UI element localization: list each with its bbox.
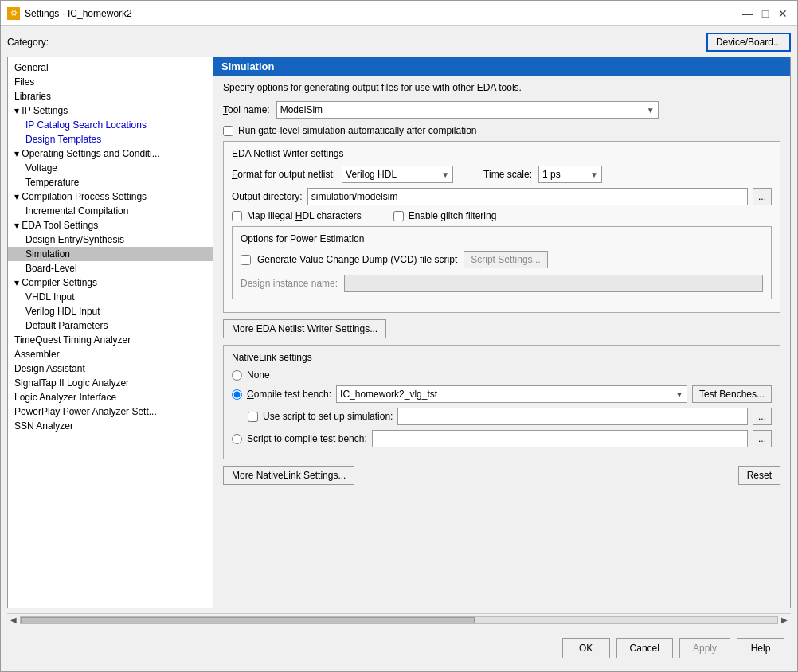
eda-netlist-title: EDA Netlist Writer settings [232,148,772,159]
script-compile-radio[interactable] [232,434,242,444]
window-title: Settings - IC_homework2 [25,8,740,19]
none-radio[interactable] [232,370,242,381]
right-panel: Simulation Specify options for generatin… [213,57,790,608]
design-instance-input[interactable] [344,275,763,292]
reset-button[interactable]: Reset [738,466,780,485]
more-nativelink-button[interactable]: More NativeLink Settings... [223,466,354,485]
none-label: None [247,369,270,381]
output-dir-label: Output directory: [232,191,303,202]
sidebar-item-general[interactable]: General [8,61,213,75]
sidebar-item-vhdl-input[interactable]: VHDL Input [8,290,213,304]
header-row: Category: Device/Board... [7,33,791,52]
sidebar-item-assembler[interactable]: Assembler [8,347,213,361]
compile-bench-row: Compile test bench: IC_homework2_vlg_tst… [232,385,772,403]
format-label: Format for output netlist: [232,169,335,180]
sidebar-item-design-entry[interactable]: Design Entry/Synthesis [8,232,213,247]
sidebar-item-board-level[interactable]: Board-Level [8,261,213,275]
use-script-input[interactable] [397,408,748,425]
compile-bench-radio[interactable] [232,389,242,400]
power-estimation-title: Options for Power Estimation [241,233,763,244]
run-gate-level-label: Run gate-level simulation automatically … [238,125,476,136]
tool-name-arrow: ▼ [647,106,655,115]
more-eda-settings-button[interactable]: More EDA Netlist Writer Settings... [223,319,386,338]
use-script-browse[interactable]: ... [753,408,772,425]
sidebar-item-ssn-analyzer[interactable]: SSN Analyzer [8,419,213,433]
device-board-button[interactable]: Device/Board... [706,33,791,52]
sidebar-item-temperature[interactable]: Temperature [8,175,213,189]
bottom-actions: OK Cancel Apply Help [7,631,791,665]
description-text: Specify options for generating output fi… [223,82,780,93]
none-radio-row: None [232,369,772,381]
timescale-value: 1 ps [542,169,561,180]
sidebar-item-simulation[interactable]: Simulation [8,247,213,261]
enable-glitch-checkbox[interactable] [393,211,404,221]
sidebar-item-eda-tool-settings[interactable]: ▾ EDA Tool Settings [8,218,213,232]
output-dir-browse[interactable]: ... [753,188,772,205]
sidebar-item-timequest[interactable]: TimeQuest Timing Analyzer [8,333,213,347]
run-gate-level-checkbox[interactable] [223,126,233,136]
main-container: Category: Device/Board... General Files … [1,26,797,671]
eda-netlist-section: EDA Netlist Writer settings Format for o… [223,141,780,313]
close-button[interactable]: ✕ [775,6,791,21]
map-illegal-label: Map illegal HDL characters [247,210,362,221]
sidebar-item-verilog-hdl-input[interactable]: Verilog HDL Input [8,304,213,318]
sidebar-item-files[interactable]: Files [8,75,213,89]
sidebar-item-design-templates[interactable]: Design Templates [8,132,213,147]
settings-window: ⚙ Settings - IC_homework2 — □ ✕ Category… [0,0,798,672]
compile-bench-dropdown[interactable]: IC_homework2_vlg_tst ▼ [336,385,687,403]
title-bar: ⚙ Settings - IC_homework2 — □ ✕ [1,1,797,26]
use-script-row: Use script to set up simulation: ... [248,408,772,425]
category-label: Category: [7,37,49,48]
generate-vcd-row: Generate Value Change Dump (VCD) file sc… [241,251,763,268]
nativelink-title: NativeLink settings [232,352,772,363]
help-button[interactable]: Help [737,638,784,658]
timescale-dropdown[interactable]: 1 ps ▼ [538,166,602,183]
scrollbar-thumb[interactable] [21,617,475,623]
design-instance-label: Design instance name: [241,278,338,289]
tool-name-dropdown[interactable]: ModelSim ▼ [276,101,659,119]
output-dir-row: Output directory: ... [232,188,772,205]
nativelink-section: NativeLink settings None Compile test be… [223,345,780,459]
compile-bench-value: IC_homework2_vlg_tst [340,389,437,400]
test-benches-button[interactable]: Test Benches... [692,385,772,403]
scrollbar-track[interactable] [20,616,778,624]
simulation-content: Specify options for generating output fi… [213,76,790,608]
ok-button[interactable]: OK [562,638,610,658]
generate-vcd-checkbox[interactable] [241,255,251,265]
output-dir-input[interactable] [307,188,748,205]
scroll-right-arrow[interactable]: ▶ [781,615,788,624]
apply-button[interactable]: Apply [679,638,730,658]
script-compile-input[interactable] [372,430,748,447]
sidebar-scrollbar-area: ◀ ▶ [7,613,791,626]
format-arrow: ▼ [441,170,449,179]
sidebar-item-default-parameters[interactable]: Default Parameters [8,318,213,333]
script-compile-browse[interactable]: ... [753,430,772,447]
script-settings-button[interactable]: Script Settings... [464,251,547,268]
use-script-checkbox[interactable] [248,412,258,422]
compile-bench-label: Compile test bench: [247,389,331,400]
sidebar-item-logic-analyzer[interactable]: Logic Analyzer Interface [8,390,213,404]
window-controls: — □ ✕ [740,6,791,21]
design-instance-row: Design instance name: [241,275,763,292]
map-illegal-checkbox[interactable] [232,211,242,221]
restore-button[interactable]: □ [757,6,773,21]
sidebar-item-operating-settings[interactable]: ▾ Operating Settings and Conditi... [8,147,213,161]
sidebar-item-compiler-settings[interactable]: ▾ Compiler Settings [8,275,213,290]
sidebar-item-compilation-process[interactable]: ▾ Compilation Process Settings [8,189,213,204]
sidebar-item-signaltap[interactable]: SignalTap II Logic Analyzer [8,376,213,390]
sidebar-item-voltage[interactable]: Voltage [8,161,213,175]
sidebar-item-powerplay[interactable]: PowerPlay Power Analyzer Sett... [8,404,213,419]
minimize-button[interactable]: — [740,6,756,21]
map-illegal-row: Map illegal HDL characters [232,210,362,221]
app-icon: ⚙ [7,7,20,20]
use-script-label: Use script to set up simulation: [263,411,393,422]
script-compile-row: Script to compile test bench: ... [232,430,772,447]
sidebar-item-ip-settings[interactable]: ▾ IP Settings [8,104,213,118]
sidebar-item-incremental-compilation[interactable]: Incremental Compilation [8,204,213,218]
format-dropdown[interactable]: Verilog HDL ▼ [342,166,453,183]
sidebar-item-libraries[interactable]: Libraries [8,89,213,104]
sidebar-item-design-assistant[interactable]: Design Assistant [8,361,213,376]
cancel-button[interactable]: Cancel [616,638,673,658]
sidebar-item-ip-catalog[interactable]: IP Catalog Search Locations [8,118,213,132]
scroll-left-arrow[interactable]: ◀ [10,615,17,624]
